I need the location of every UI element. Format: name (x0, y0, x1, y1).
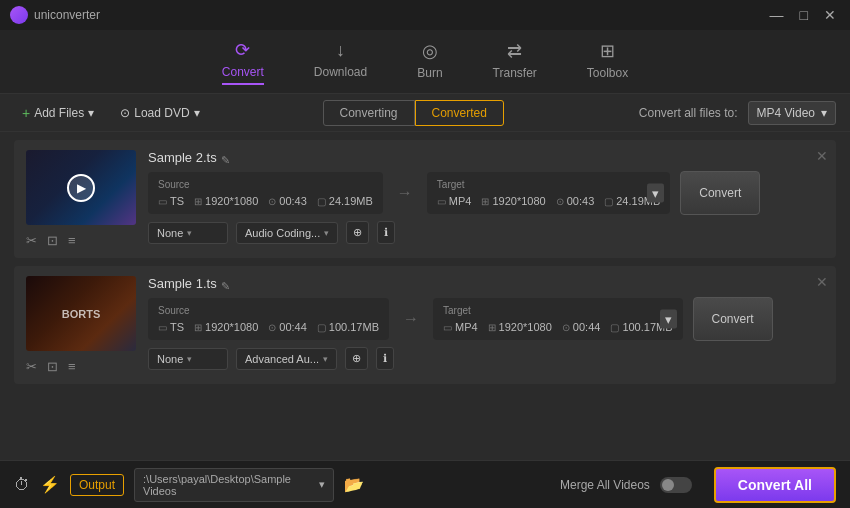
close-button[interactable]: ✕ (820, 7, 840, 23)
edit-icon-2[interactable]: ✎ (221, 280, 230, 293)
play-button-1[interactable]: ▶ (67, 174, 95, 202)
target-res-1: ⊞ 1920*1080 (481, 195, 545, 207)
extra-row-2: None ▾ Advanced Au... ▾ ⊕ ℹ (148, 347, 824, 370)
add-files-button[interactable]: + Add Files ▾ (14, 101, 102, 125)
output-label[interactable]: Output (70, 474, 124, 496)
target-format-1: ▭ MP4 (437, 195, 472, 207)
source-stats-1: ▭ TS ⊞ 1920*1080 ⊙ 00:43 ▢ (158, 195, 373, 207)
toolbar: + Add Files ▾ ⊙ Load DVD ▾ Converting Co… (0, 94, 850, 132)
file-name-1: Sample 2.ts (148, 150, 217, 165)
scissors-icon-2[interactable]: ✂ (26, 359, 37, 374)
flash-icon-button[interactable]: ⚡ (40, 475, 60, 494)
source-stats-2: ▭ TS ⊞ 1920*1080 ⊙ 00:44 ▢ (158, 321, 379, 333)
crop-icon-2[interactable]: ⊡ (47, 359, 58, 374)
target-dropdown-1[interactable]: ▾ (647, 184, 664, 203)
target-box-1: Target ▭ MP4 ⊞ 1920*1080 ⊙ 00:43 (427, 172, 670, 214)
output-path[interactable]: :\Users\payal\Desktop\Sample Videos ▾ (134, 468, 334, 502)
tab-converting[interactable]: Converting (323, 100, 415, 126)
format-selector[interactable]: MP4 Video ▾ (748, 101, 836, 125)
logo-icon (10, 6, 28, 24)
path-chevron: ▾ (319, 478, 325, 491)
thumb-img-1: ▶ (26, 150, 136, 225)
nav-convert-label: Convert (222, 65, 264, 79)
convert-all-label: Convert all files to: (639, 106, 738, 120)
file-name-row-1: Sample 2.ts ✎ (148, 150, 824, 171)
load-dvd-label: Load DVD (134, 106, 189, 120)
tab-group: Converting Converted (323, 100, 504, 126)
nav-toolbox[interactable]: ⊞ Toolbox (587, 40, 628, 84)
audio-preset-2[interactable]: None ▾ (148, 348, 228, 370)
load-dvd-chevron: ▾ (194, 106, 200, 120)
nav-transfer[interactable]: ⇄ Transfer (493, 40, 537, 84)
thumb-controls-1: ✂ ⊡ ≡ (26, 229, 136, 248)
merge-label: Merge All Videos (560, 478, 650, 492)
app-logo: uniconverter (10, 6, 100, 24)
app-name: uniconverter (34, 8, 100, 22)
add-files-label: Add Files (34, 106, 84, 120)
add-files-chevron: ▾ (88, 106, 94, 120)
target-dur-2: ⊙ 00:44 (562, 321, 601, 333)
load-dvd-button[interactable]: ⊙ Load DVD ▾ (112, 102, 207, 124)
source-target-row-2: Source ▭ TS ⊞ 1920*1080 ⊙ 00:44 (148, 297, 824, 341)
close-file-2-button[interactable]: ✕ (816, 274, 828, 290)
navbar: ⟳ Convert ↓ Download ◎ Burn ⇄ Transfer ⊞… (0, 30, 850, 94)
info-2[interactable]: ℹ (376, 347, 394, 370)
output-path-text: :\Users\payal\Desktop\Sample Videos (143, 473, 315, 497)
target-format-2: ▭ MP4 (443, 321, 478, 333)
target-label-1: Target (437, 179, 660, 190)
file-details-2: Sample 1.ts ✎ Source ▭ TS ⊞ 1920*1080 (148, 276, 824, 370)
edit-icon-1[interactable]: ✎ (221, 154, 230, 167)
target-stats-1: ▭ MP4 ⊞ 1920*1080 ⊙ 00:43 ▢ (437, 195, 660, 207)
source-format-1: ▭ TS (158, 195, 184, 207)
nav-transfer-label: Transfer (493, 66, 537, 80)
tab-converted[interactable]: Converted (415, 100, 504, 126)
convert-button-1[interactable]: Convert (680, 171, 760, 215)
file-details-1: Sample 2.ts ✎ Source ▭ TS ⊞ 1920*1080 (148, 150, 824, 244)
target-dur-1: ⊙ 00:43 (556, 195, 595, 207)
nav-download-label: Download (314, 65, 367, 79)
crop-icon-1[interactable]: ⊡ (47, 233, 58, 248)
thumbnail-2: BORTS (26, 276, 136, 351)
source-box-1: Source ▭ TS ⊞ 1920*1080 ⊙ 00:43 (148, 172, 383, 214)
merge-toggle[interactable] (660, 477, 692, 493)
adjust-audio-1[interactable]: ⊕ (346, 221, 369, 244)
titlebar-controls: — □ ✕ (766, 7, 840, 23)
target-res-2: ⊞ 1920*1080 (488, 321, 552, 333)
arrow-2: → (403, 310, 419, 328)
folder-open-icon-button[interactable]: 📂 (344, 475, 364, 494)
dvd-icon: ⊙ (120, 106, 130, 120)
thumb-controls-2: ✂ ⊡ ≡ (26, 355, 136, 374)
source-size-2: ▢ 100.17MB (317, 321, 379, 333)
audio-coding-2[interactable]: Advanced Au... ▾ (236, 348, 337, 370)
titlebar: uniconverter — □ ✕ (0, 0, 850, 30)
history-icon-button[interactable]: ⏱ (14, 476, 30, 494)
thumbnail-1: ▶ (26, 150, 136, 225)
convert-all-button[interactable]: Convert All (714, 467, 836, 503)
arrow-1: → (397, 184, 413, 202)
thumb-img-2: BORTS (26, 276, 136, 351)
extra-row-1: None ▾ Audio Coding... ▾ ⊕ ℹ (148, 221, 824, 244)
close-file-1-button[interactable]: ✕ (816, 148, 828, 164)
adjust-audio-2[interactable]: ⊕ (345, 347, 368, 370)
audio-preset-1[interactable]: None ▾ (148, 222, 228, 244)
toolbox-nav-icon: ⊞ (600, 40, 615, 62)
list-icon-1[interactable]: ≡ (68, 233, 76, 248)
nav-download[interactable]: ↓ Download (314, 40, 367, 83)
source-size-1: ▢ 24.19MB (317, 195, 373, 207)
target-dropdown-2[interactable]: ▾ (660, 310, 677, 329)
nav-burn[interactable]: ◎ Burn (417, 40, 442, 84)
audio-coding-1[interactable]: Audio Coding... ▾ (236, 222, 338, 244)
source-res-1: ⊞ 1920*1080 (194, 195, 258, 207)
target-stats-2: ▭ MP4 ⊞ 1920*1080 ⊙ 00:44 ▢ (443, 321, 673, 333)
convert-button-2[interactable]: Convert (693, 297, 773, 341)
target-box-2: Target ▭ MP4 ⊞ 1920*1080 ⊙ 00:44 (433, 298, 683, 340)
target-label-2: Target (443, 305, 673, 316)
source-dur-2: ⊙ 00:44 (268, 321, 307, 333)
info-1[interactable]: ℹ (377, 221, 395, 244)
source-res-2: ⊞ 1920*1080 (194, 321, 258, 333)
list-icon-2[interactable]: ≡ (68, 359, 76, 374)
nav-convert[interactable]: ⟳ Convert (222, 39, 264, 85)
minimize-button[interactable]: — (766, 7, 788, 23)
maximize-button[interactable]: □ (796, 7, 812, 23)
scissors-icon-1[interactable]: ✂ (26, 233, 37, 248)
